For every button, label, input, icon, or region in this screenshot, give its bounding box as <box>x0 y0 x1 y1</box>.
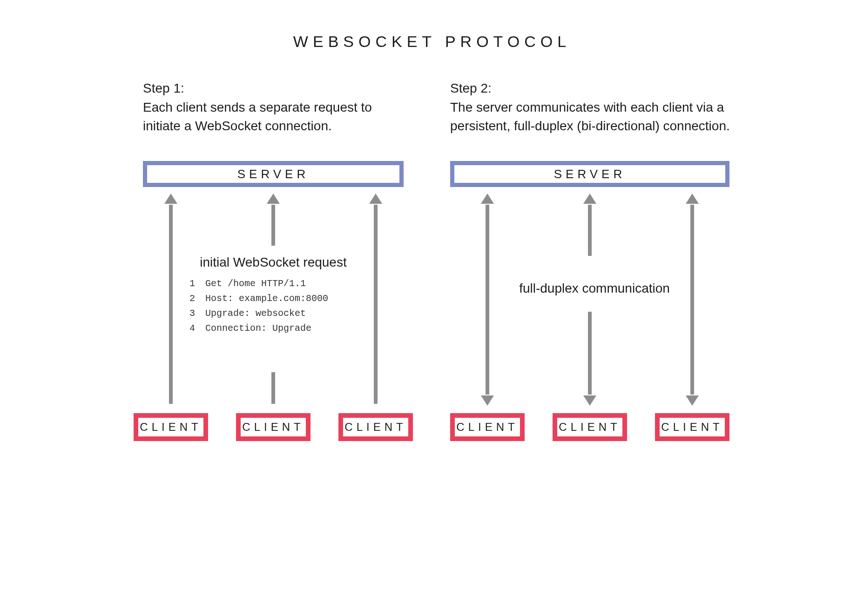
step1-server-label: SERVER <box>237 167 309 181</box>
step2-arrow-3 <box>690 205 694 395</box>
step1-client-3: CLIENT <box>338 413 413 441</box>
page-title: WEBSOCKET PROTOCOL <box>106 33 758 51</box>
step2-arrow-2-bottom <box>588 312 592 395</box>
step2-mid-caption: full-duplex communication <box>500 274 688 303</box>
step2-heading: Step 2: <box>450 79 734 98</box>
step1-arrow-1 <box>169 205 173 404</box>
code-line-3: 3Upgrade: websocket <box>189 306 357 321</box>
code-line-4: 4Connection: Upgrade <box>189 321 357 336</box>
step2-body: The server communicates with each client… <box>450 100 730 134</box>
code-line-1: 1Get /home HTTP/1.1 <box>189 276 357 291</box>
step1-arrow-3 <box>374 205 378 404</box>
step1-request-caption: initial WebSocket request <box>189 255 357 270</box>
step2-arrow-1 <box>486 205 489 395</box>
step2-client-2: CLIENT <box>553 413 627 441</box>
step2-client-3: CLIENT <box>655 413 729 441</box>
step1-client-1: CLIENT <box>134 413 208 441</box>
step1-arrow-2-top <box>271 205 275 246</box>
step1-body: Each client sends a separate request to … <box>143 100 372 134</box>
step1-server-box: SERVER <box>143 161 404 187</box>
step2-server-label: SERVER <box>554 167 626 181</box>
step2-arrow-2-top <box>588 205 592 256</box>
step2-label: Step 2: The server communicates with eac… <box>450 79 734 136</box>
code-line-2: 2Host: example.com:8000 <box>189 291 357 306</box>
diagram-canvas: WEBSOCKET PROTOCOL Step 1: Each client s… <box>106 14 758 472</box>
step1-arrow-2-bottom <box>271 372 275 404</box>
step1-client-2: CLIENT <box>236 413 310 441</box>
step2-client-1: CLIENT <box>450 413 525 441</box>
step2-server-box: SERVER <box>450 161 729 187</box>
step1-heading: Step 1: <box>143 79 404 98</box>
step1-label: Step 1: Each client sends a separate req… <box>143 79 404 136</box>
step1-request-block: initial WebSocket request 1Get /home HTT… <box>189 251 357 345</box>
